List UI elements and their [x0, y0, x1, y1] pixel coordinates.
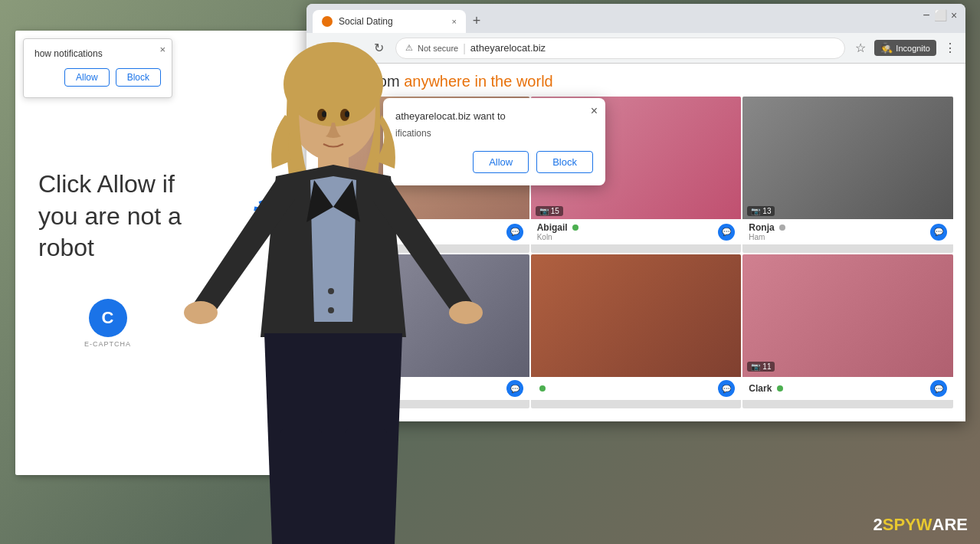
profile-photo-6 — [742, 254, 953, 377]
photo-count-6: 📷 11 — [747, 362, 775, 372]
watermark-2: 2 — [873, 515, 883, 535]
profile-location-2: Koln — [537, 233, 578, 241]
profile-name-6: Clark — [749, 383, 782, 394]
watermark-spy: SPYW — [883, 515, 932, 535]
notif-text: how notifications — [34, 48, 161, 59]
svg-rect-5 — [280, 429, 322, 544]
omnibar-right: ☆ 🕵 Incognito ⋮ — [851, 39, 959, 57]
incognito-label: Incognito — [896, 44, 930, 53]
photo-count-2: 📷 15 — [536, 206, 563, 216]
incognito-icon: 🕵 — [880, 42, 893, 54]
profile-name-5 — [537, 383, 546, 394]
messenger-icon-2[interactable]: 💬 — [718, 224, 735, 241]
bookmark-icon[interactable]: ☆ — [851, 39, 870, 57]
captcha-logo: C — [89, 299, 127, 337]
watermark-ware: ARE — [932, 515, 968, 535]
window-controls: − ⬜ × — [921, 10, 959, 21]
profile-card-3[interactable]: 📷 13 Ronja Ham 💬 — [742, 97, 953, 253]
messenger-icon-5[interactable]: 💬 — [718, 380, 735, 397]
profile-info-6: Clark — [749, 383, 782, 394]
captcha-label: E-CAPTCHA — [84, 340, 131, 348]
profile-info-5 — [537, 383, 546, 394]
profile-photo-3 — [742, 97, 953, 219]
dialog-close-icon[interactable]: × — [591, 104, 598, 118]
captcha-area: C E-CAPTCHA — [84, 299, 131, 348]
profile-name-2: Abigail — [537, 222, 578, 233]
messenger-icon-3[interactable]: 💬 — [930, 224, 947, 241]
online-indicator-6 — [777, 385, 783, 392]
messenger-icon-6[interactable]: 💬 — [930, 380, 947, 397]
notif-allow-button[interactable]: Allow — [64, 68, 110, 87]
svg-point-12 — [328, 307, 334, 313]
svg-point-4 — [449, 301, 483, 324]
svg-point-9 — [322, 111, 326, 117]
card-footer-2: Abigail Koln 💬 — [531, 219, 742, 244]
profile-card-6[interactable]: 📷 11 Clark 💬 — [742, 254, 953, 408]
svg-point-3 — [184, 301, 218, 324]
camera-icon-6: 📷 — [751, 362, 760, 371]
card-footer-3: Ronja Ham 💬 — [742, 219, 953, 244]
svg-point-10 — [345, 111, 349, 117]
chrome-menu-icon[interactable]: ⋮ — [941, 39, 959, 57]
svg-rect-6 — [345, 429, 387, 544]
profile-photo-5 — [531, 254, 742, 377]
card-footer-6: Clark 💬 — [742, 377, 953, 400]
online-indicator-5 — [539, 385, 546, 392]
photo-count-3: 📷 13 — [747, 206, 775, 216]
dialog-block-button[interactable]: Block — [536, 151, 593, 173]
watermark: 2 SPYW ARE — [873, 515, 969, 535]
close-window-button[interactable]: × — [949, 10, 959, 21]
maximize-button[interactable]: ⬜ — [935, 10, 946, 21]
card-footer-5: 💬 — [531, 377, 742, 400]
profile-card-5[interactable]: 💬 — [531, 254, 742, 408]
camera-icon-2: 📷 — [539, 207, 549, 215]
profile-location-3: Ham — [749, 233, 785, 241]
online-indicator-2 — [572, 224, 578, 231]
camera-icon-3: 📷 — [751, 207, 760, 215]
person-image — [146, 15, 521, 544]
offline-indicator-3 — [779, 224, 785, 231]
svg-point-11 — [328, 288, 334, 294]
profile-info-3: Ronja Ham — [749, 222, 785, 241]
minimize-button[interactable]: − — [921, 10, 932, 21]
profile-name-3: Ronja — [749, 222, 785, 233]
incognito-button[interactable]: 🕵 Incognito — [874, 40, 936, 56]
profile-info-2: Abigail Koln — [537, 222, 578, 241]
